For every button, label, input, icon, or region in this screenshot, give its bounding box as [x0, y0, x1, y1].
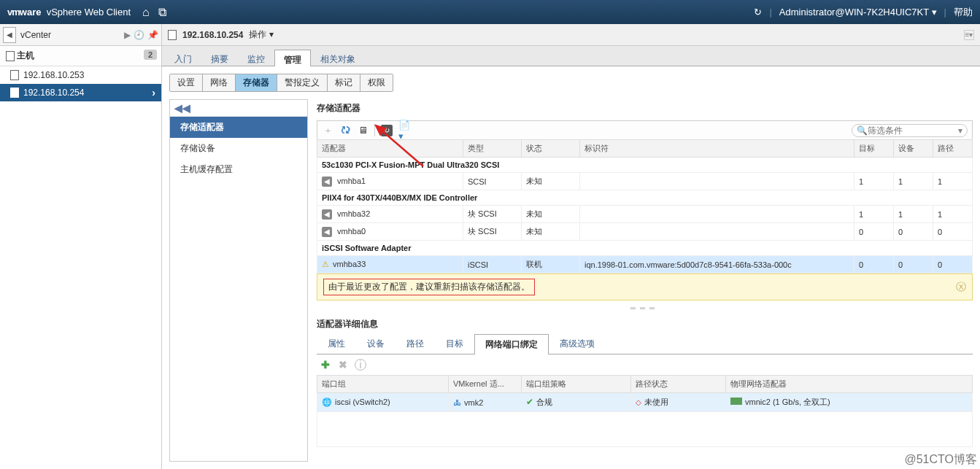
object-title: 192.168.10.254: [182, 30, 243, 40]
detail-tabs: 属性设备路径目标网络端口绑定高级选项: [317, 333, 973, 354]
brand-logo: vmware vSphere Web Client: [7, 7, 131, 18]
sub-tab[interactable]: 网络: [203, 74, 236, 91]
main-tab[interactable]: 相关对象: [311, 49, 365, 66]
binding-info-button[interactable]: i: [355, 359, 366, 371]
filter-input[interactable]: [868, 125, 955, 136]
main-tab[interactable]: 监控: [238, 49, 274, 66]
navigator-bar: ◀ vCenter ▶ 🕘 📌: [0, 24, 161, 46]
sub-tab[interactable]: 标记: [328, 74, 360, 91]
search-icon: 🔍: [857, 125, 868, 136]
add-binding-button[interactable]: ✚: [320, 359, 331, 371]
detail-tab[interactable]: 路径: [396, 333, 435, 354]
column-header[interactable]: 路径状态: [631, 376, 726, 393]
binding-table: 端口组VMkernel 适...端口组策略路径状态物理网络适配器 🌐iscsi …: [317, 375, 973, 447]
warning-icon: ⚠: [322, 260, 329, 268]
host-label: 192.168.10.253: [23, 70, 84, 80]
adapter-row[interactable]: ◀ vmhba32块 SCSI未知111: [317, 206, 973, 223]
pnic-label: vmnic2 (1 Gb/s, 全双工): [745, 398, 830, 406]
minimize-details-icon[interactable]: ≡▾: [964, 30, 974, 40]
adapters-toolbar: ＋ 🗘 🖥 ↻ 📄▾ 🔍 ▾: [317, 120, 973, 139]
remove-binding-button[interactable]: ✖: [337, 359, 349, 371]
adapter-row[interactable]: ◀ vmhba1SCSI未知111: [317, 173, 973, 190]
sub-tab[interactable]: 存储器: [236, 74, 277, 91]
column-header[interactable]: 标识符: [580, 140, 854, 158]
column-header[interactable]: 端口组: [317, 376, 449, 393]
help-link[interactable]: 帮助: [954, 6, 973, 19]
policy-label: 合规: [536, 398, 552, 406]
hosts-section-header: 主机 2: [0, 46, 161, 66]
filter-dropdown-icon[interactable]: ▾: [955, 125, 962, 136]
adapter-group-row: iSCSI Software Adapter: [317, 241, 973, 256]
refresh-icon[interactable]: ↻: [754, 7, 762, 18]
portgroup-label: iscsi (vSwitch2): [335, 398, 390, 406]
adapter-group-row: 53c1030 PCI-X Fusion-MPT Dual Ultra320 S…: [317, 158, 973, 173]
main-tab[interactable]: 管理: [274, 50, 311, 66]
splitter-handle[interactable]: ═══: [317, 301, 973, 315]
object-header: 192.168.10.254 操作 ▾ ≡▾: [162, 24, 980, 46]
column-header[interactable]: VMkernel 适...: [449, 376, 522, 393]
home-icon[interactable]: ⌂: [142, 6, 150, 19]
diamond-icon: ◇: [636, 398, 641, 406]
new-window-icon[interactable]: ⧉: [158, 6, 166, 19]
host-item[interactable]: 192.168.10.254: [0, 84, 161, 101]
adapters-section-title: 存储适配器: [317, 99, 973, 120]
adapter-row[interactable]: ⚠ vmhba33iSCSI联机iqn.1998-01.com.vmware:5…: [317, 256, 973, 274]
hba-icon: ◀: [322, 209, 332, 220]
column-header[interactable]: 物理网络适配器: [726, 376, 973, 393]
top-bar: vmware vSphere Web Client ⌂ ⧉ ↻ | Admini…: [0, 0, 980, 24]
add-adapter-button[interactable]: ＋: [322, 125, 333, 136]
sub-tab[interactable]: 权限: [360, 74, 393, 91]
detail-tab[interactable]: 网络端口绑定: [474, 334, 549, 354]
check-icon: ✔: [526, 397, 533, 407]
nav-back-button[interactable]: ◀: [3, 27, 16, 43]
column-header[interactable]: 目标: [854, 140, 894, 158]
actions-menu[interactable]: 操作 ▾: [249, 28, 273, 41]
sub-tab[interactable]: 警报定义: [277, 74, 328, 91]
separator: [374, 125, 375, 136]
host-icon: [10, 88, 19, 98]
collapse-nav-icon[interactable]: ◀◀: [170, 100, 307, 117]
inner-nav-item[interactable]: 存储适配器: [170, 117, 307, 138]
inner-nav-item[interactable]: 主机缓存配置: [170, 159, 307, 180]
sub-tab[interactable]: 设置: [170, 74, 203, 91]
copy-button[interactable]: 📄▾: [398, 125, 410, 136]
column-header[interactable]: 路径: [933, 140, 973, 158]
refresh-adapter-button[interactable]: 🗘: [339, 125, 351, 136]
column-header[interactable]: 状态: [522, 140, 580, 158]
nic-icon: [730, 398, 742, 405]
pin-icon[interactable]: 📌: [147, 30, 158, 40]
filter-box[interactable]: 🔍 ▾: [852, 124, 968, 137]
inner-nav-item[interactable]: 存储设备: [170, 138, 307, 159]
detail-tab[interactable]: 属性: [317, 333, 356, 354]
hba-icon: ◀: [322, 227, 332, 237]
history-forward-icon[interactable]: ▶: [124, 30, 131, 40]
detail-tab[interactable]: 高级选项: [549, 333, 606, 354]
recent-icon[interactable]: 🕘: [134, 30, 144, 40]
adapter-row[interactable]: ◀ vmhba0块 SCSI未知000: [317, 223, 973, 241]
binding-row[interactable]: 🌐iscsi (vSwitch2) 🖧vmk2 ✔合规 ◇未使用 vmnic2 …: [317, 393, 973, 412]
column-header[interactable]: 设备: [894, 140, 933, 158]
rescan-host-button[interactable]: 🖥: [357, 125, 369, 136]
alert-bar: 由于最近更改了配置，建议重新扫描该存储适配器。 ⓧ: [317, 274, 973, 301]
hba-icon: ◀: [322, 177, 332, 187]
nav-breadcrumb[interactable]: vCenter: [18, 30, 124, 40]
main-tab[interactable]: 摘要: [201, 49, 238, 66]
binding-toolbar: ✚ ✖ i: [317, 354, 973, 375]
watermark: @51CTO博客: [904, 452, 977, 468]
inner-nav: ◀◀ 存储适配器存储设备主机缓存配置: [169, 99, 308, 462]
host-label: 192.168.10.254: [23, 88, 84, 98]
column-header[interactable]: 适配器: [317, 140, 463, 158]
alert-close-icon[interactable]: ⓧ: [956, 281, 966, 294]
user-menu[interactable]: Administrator@WIN-7K2H4UIC7KT ▾: [779, 7, 937, 18]
adapters-table: 适配器类型状态标识符目标设备路径 53c1030 PCI-X Fusion-MP…: [317, 139, 973, 274]
column-header[interactable]: 类型: [463, 140, 522, 158]
host-item[interactable]: 192.168.10.253: [0, 66, 161, 84]
detail-tab[interactable]: 设备: [356, 333, 396, 354]
column-header[interactable]: 端口组策略: [522, 376, 631, 393]
sub-tabs: 设置网络存储器警报定义标记权限: [169, 74, 393, 92]
host-count-badge: 2: [144, 50, 157, 60]
main-tab[interactable]: 入门: [165, 49, 201, 66]
rescan-adapter-button[interactable]: ↻: [381, 125, 393, 136]
host-icon: [168, 30, 177, 40]
detail-tab[interactable]: 目标: [435, 333, 474, 354]
